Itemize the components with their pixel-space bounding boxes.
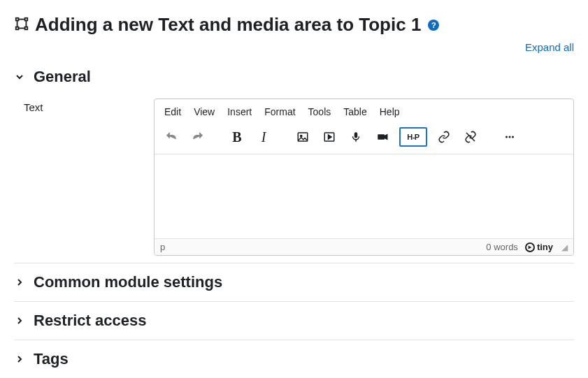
editor-statusbar: p 0 words tiny ◢ xyxy=(155,238,573,255)
italic-button[interactable]: I xyxy=(254,127,273,147)
media-button[interactable] xyxy=(320,127,339,147)
section-common: Common module settings xyxy=(14,263,574,301)
help-icon[interactable]: ? xyxy=(428,20,439,31)
svg-rect-3 xyxy=(25,27,28,29)
menu-format[interactable]: Format xyxy=(264,106,295,117)
redo-button[interactable] xyxy=(188,127,208,147)
label-icon xyxy=(14,16,29,34)
menu-tools[interactable]: Tools xyxy=(308,106,331,117)
rich-text-editor: Edit View Insert Format Tools Table Help… xyxy=(154,99,574,256)
resize-handle-icon[interactable]: ◢ xyxy=(560,242,568,252)
section-tags: Tags xyxy=(14,340,574,378)
chevron-right-icon xyxy=(14,277,25,288)
section-toggle-restrict[interactable]: Restrict access xyxy=(14,309,574,333)
tiny-brand[interactable]: tiny xyxy=(525,242,553,252)
bold-button[interactable]: B xyxy=(227,127,247,147)
section-title-common: Common module settings xyxy=(34,273,222,291)
chevron-down-icon xyxy=(14,71,25,82)
section-toggle-tags[interactable]: Tags xyxy=(14,347,574,371)
svg-point-17 xyxy=(505,136,508,138)
page-title: Adding a new Text and media area to Topi… xyxy=(35,14,421,36)
menu-edit[interactable]: Edit xyxy=(164,106,181,117)
microphone-button[interactable] xyxy=(346,127,366,147)
svg-marker-20 xyxy=(528,245,531,249)
svg-point-18 xyxy=(509,136,511,138)
section-toggle-general[interactable]: General xyxy=(14,65,574,89)
tiny-logo-icon xyxy=(525,242,535,252)
editor-content-area[interactable] xyxy=(155,154,573,238)
svg-rect-2 xyxy=(16,27,19,29)
section-toggle-common[interactable]: Common module settings xyxy=(14,270,574,294)
expand-all-row: Expand all xyxy=(14,41,574,54)
chevron-right-icon xyxy=(14,354,25,365)
video-button[interactable] xyxy=(373,127,392,147)
image-button[interactable] xyxy=(293,127,313,147)
menu-view[interactable]: View xyxy=(194,106,215,117)
h5p-button[interactable]: H-P xyxy=(399,127,427,147)
section-restrict: Restrict access xyxy=(14,301,574,340)
chevron-right-icon xyxy=(14,315,25,326)
field-label-text: Text xyxy=(14,99,140,113)
editor-menubar: Edit View Insert Format Tools Table Help xyxy=(155,99,573,123)
link-button[interactable] xyxy=(434,127,454,147)
section-title-tags: Tags xyxy=(34,350,69,368)
svg-marker-15 xyxy=(385,134,388,140)
status-path[interactable]: p xyxy=(160,242,165,252)
undo-button[interactable] xyxy=(162,127,181,147)
menu-insert[interactable]: Insert xyxy=(227,106,252,117)
svg-rect-14 xyxy=(378,134,385,140)
section-title-restrict: Restrict access xyxy=(34,312,146,330)
svg-marker-11 xyxy=(329,135,332,139)
field-text: Text Edit View Insert Format Tools Table… xyxy=(14,99,574,256)
section-title-general: General xyxy=(34,68,91,86)
section-general: General Text Edit View Insert Format Too… xyxy=(14,58,574,263)
menu-help[interactable]: Help xyxy=(380,106,400,117)
svg-rect-0 xyxy=(16,17,19,20)
svg-point-19 xyxy=(512,136,514,138)
svg-point-9 xyxy=(301,135,302,136)
page-header: Adding a new Text and media area to Topi… xyxy=(14,14,574,36)
unlink-button[interactable] xyxy=(461,127,480,147)
menu-table[interactable]: Table xyxy=(343,106,366,117)
svg-rect-12 xyxy=(354,132,358,138)
editor-toolbar: B I H-P xyxy=(155,123,573,154)
word-count: 0 words xyxy=(486,242,518,252)
more-button[interactable] xyxy=(500,127,519,147)
expand-all-link[interactable]: Expand all xyxy=(525,41,574,53)
svg-rect-1 xyxy=(25,17,28,20)
